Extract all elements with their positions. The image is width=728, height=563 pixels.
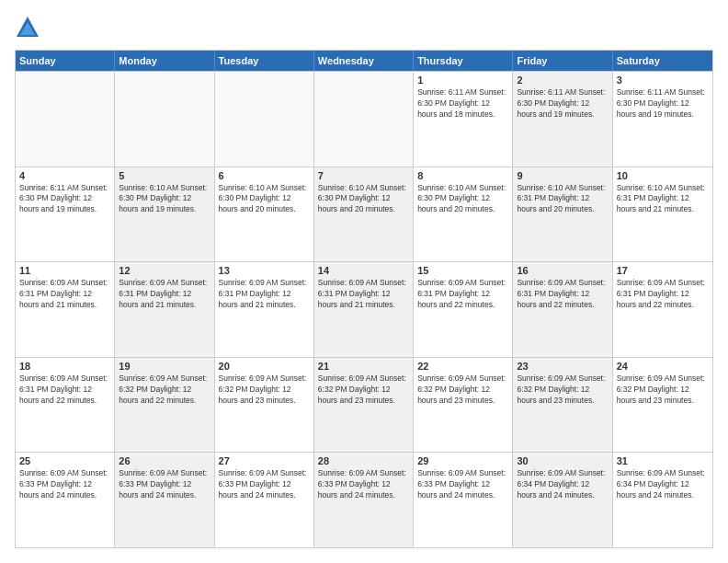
day-cell-8: 8Sunrise: 6:10 AM Sunset: 6:30 PM Daylig…	[414, 167, 513, 262]
day-info: Sunrise: 6:10 AM Sunset: 6:30 PM Dayligh…	[219, 183, 310, 216]
day-cell-18: 18Sunrise: 6:09 AM Sunset: 6:31 PM Dayli…	[16, 358, 115, 453]
header-day-monday: Monday	[115, 51, 214, 71]
day-number: 17	[617, 265, 709, 276]
day-info: Sunrise: 6:10 AM Sunset: 6:30 PM Dayligh…	[417, 183, 508, 216]
day-number: 6	[219, 170, 310, 181]
day-cell-26: 26Sunrise: 6:09 AM Sunset: 6:33 PM Dayli…	[115, 453, 214, 547]
day-number: 14	[318, 265, 409, 276]
day-number: 16	[517, 265, 608, 276]
day-cell-4: 4Sunrise: 6:11 AM Sunset: 6:30 PM Daylig…	[16, 167, 115, 262]
day-info: Sunrise: 6:09 AM Sunset: 6:34 PM Dayligh…	[617, 468, 709, 501]
day-number: 27	[219, 455, 310, 466]
day-number: 25	[19, 455, 110, 466]
day-info: Sunrise: 6:09 AM Sunset: 6:33 PM Dayligh…	[318, 468, 409, 501]
day-info: Sunrise: 6:09 AM Sunset: 6:34 PM Dayligh…	[517, 468, 608, 501]
day-number: 26	[119, 455, 210, 466]
header-day-saturday: Saturday	[613, 51, 712, 71]
day-cell-24: 24Sunrise: 6:09 AM Sunset: 6:32 PM Dayli…	[613, 358, 712, 453]
day-number: 1	[417, 75, 508, 86]
day-number: 19	[119, 361, 210, 372]
day-cell-16: 16Sunrise: 6:09 AM Sunset: 6:31 PM Dayli…	[513, 262, 612, 357]
day-number: 24	[617, 361, 709, 372]
day-cell-19: 19Sunrise: 6:09 AM Sunset: 6:32 PM Dayli…	[115, 358, 214, 453]
day-number: 9	[517, 170, 608, 181]
day-number: 13	[219, 265, 310, 276]
calendar: SundayMondayTuesdayWednesdayThursdayFrid…	[15, 50, 713, 548]
day-info: Sunrise: 6:09 AM Sunset: 6:32 PM Dayligh…	[417, 373, 508, 407]
week-row-2: 4Sunrise: 6:11 AM Sunset: 6:30 PM Daylig…	[16, 167, 712, 262]
header-day-thursday: Thursday	[414, 51, 513, 71]
day-number: 7	[318, 170, 409, 181]
logo-icon	[15, 15, 40, 40]
day-cell-15: 15Sunrise: 6:09 AM Sunset: 6:31 PM Dayli…	[414, 262, 513, 357]
week-row-5: 25Sunrise: 6:09 AM Sunset: 6:33 PM Dayli…	[16, 452, 712, 547]
day-number: 22	[417, 361, 508, 372]
day-cell-3: 3Sunrise: 6:11 AM Sunset: 6:30 PM Daylig…	[613, 72, 712, 167]
empty-cell	[314, 72, 414, 167]
empty-cell	[16, 72, 115, 167]
day-info: Sunrise: 6:09 AM Sunset: 6:32 PM Dayligh…	[219, 373, 310, 407]
day-number: 31	[617, 455, 709, 466]
day-cell-5: 5Sunrise: 6:10 AM Sunset: 6:30 PM Daylig…	[115, 167, 214, 262]
day-info: Sunrise: 6:11 AM Sunset: 6:30 PM Dayligh…	[617, 87, 709, 121]
day-info: Sunrise: 6:09 AM Sunset: 6:32 PM Dayligh…	[617, 373, 709, 407]
calendar-body: 1Sunrise: 6:11 AM Sunset: 6:30 PM Daylig…	[16, 71, 712, 547]
day-cell-22: 22Sunrise: 6:09 AM Sunset: 6:32 PM Dayli…	[414, 358, 513, 453]
day-number: 21	[318, 361, 409, 372]
day-info: Sunrise: 6:09 AM Sunset: 6:33 PM Dayligh…	[19, 468, 110, 501]
day-cell-14: 14Sunrise: 6:09 AM Sunset: 6:31 PM Dayli…	[314, 262, 414, 357]
day-cell-21: 21Sunrise: 6:09 AM Sunset: 6:32 PM Dayli…	[314, 358, 414, 453]
day-cell-11: 11Sunrise: 6:09 AM Sunset: 6:31 PM Dayli…	[16, 262, 115, 357]
day-info: Sunrise: 6:09 AM Sunset: 6:32 PM Dayligh…	[318, 373, 409, 407]
day-info: Sunrise: 6:10 AM Sunset: 6:30 PM Dayligh…	[318, 183, 409, 216]
day-number: 11	[19, 265, 110, 276]
day-cell-30: 30Sunrise: 6:09 AM Sunset: 6:34 PM Dayli…	[513, 453, 612, 547]
day-info: Sunrise: 6:09 AM Sunset: 6:31 PM Dayligh…	[617, 278, 709, 311]
day-info: Sunrise: 6:09 AM Sunset: 6:31 PM Dayligh…	[19, 373, 110, 407]
header-day-wednesday: Wednesday	[314, 51, 414, 71]
header-day-tuesday: Tuesday	[215, 51, 314, 71]
logo	[15, 15, 44, 40]
day-info: Sunrise: 6:09 AM Sunset: 6:32 PM Dayligh…	[119, 373, 210, 407]
day-cell-29: 29Sunrise: 6:09 AM Sunset: 6:33 PM Dayli…	[414, 453, 513, 547]
day-info: Sunrise: 6:09 AM Sunset: 6:31 PM Dayligh…	[119, 278, 210, 311]
day-cell-12: 12Sunrise: 6:09 AM Sunset: 6:31 PM Dayli…	[115, 262, 214, 357]
day-info: Sunrise: 6:11 AM Sunset: 6:30 PM Dayligh…	[19, 183, 110, 216]
day-cell-7: 7Sunrise: 6:10 AM Sunset: 6:30 PM Daylig…	[314, 167, 414, 262]
day-info: Sunrise: 6:09 AM Sunset: 6:31 PM Dayligh…	[19, 278, 110, 311]
day-cell-2: 2Sunrise: 6:11 AM Sunset: 6:30 PM Daylig…	[513, 72, 612, 167]
day-cell-9: 9Sunrise: 6:10 AM Sunset: 6:31 PM Daylig…	[513, 167, 612, 262]
day-number: 3	[617, 75, 709, 86]
day-cell-20: 20Sunrise: 6:09 AM Sunset: 6:32 PM Dayli…	[215, 358, 314, 453]
day-number: 23	[517, 361, 608, 372]
week-row-4: 18Sunrise: 6:09 AM Sunset: 6:31 PM Dayli…	[16, 357, 712, 453]
day-info: Sunrise: 6:09 AM Sunset: 6:32 PM Dayligh…	[517, 373, 608, 407]
week-row-3: 11Sunrise: 6:09 AM Sunset: 6:31 PM Dayli…	[16, 261, 712, 357]
day-cell-28: 28Sunrise: 6:09 AM Sunset: 6:33 PM Dayli…	[314, 453, 414, 547]
day-cell-31: 31Sunrise: 6:09 AM Sunset: 6:34 PM Dayli…	[613, 453, 712, 547]
day-info: Sunrise: 6:09 AM Sunset: 6:31 PM Dayligh…	[517, 278, 608, 311]
day-number: 5	[119, 170, 210, 181]
day-info: Sunrise: 6:09 AM Sunset: 6:33 PM Dayligh…	[119, 468, 210, 501]
header	[15, 15, 713, 40]
page: SundayMondayTuesdayWednesdayThursdayFrid…	[0, 0, 728, 563]
day-cell-6: 6Sunrise: 6:10 AM Sunset: 6:30 PM Daylig…	[215, 167, 314, 262]
week-row-1: 1Sunrise: 6:11 AM Sunset: 6:30 PM Daylig…	[16, 71, 712, 167]
day-number: 20	[219, 361, 310, 372]
calendar-header: SundayMondayTuesdayWednesdayThursdayFrid…	[16, 51, 712, 71]
day-number: 30	[517, 455, 608, 466]
day-info: Sunrise: 6:10 AM Sunset: 6:30 PM Dayligh…	[119, 183, 210, 216]
day-info: Sunrise: 6:09 AM Sunset: 6:31 PM Dayligh…	[417, 278, 508, 311]
day-number: 15	[417, 265, 508, 276]
day-cell-23: 23Sunrise: 6:09 AM Sunset: 6:32 PM Dayli…	[513, 358, 612, 453]
day-number: 4	[19, 170, 110, 181]
day-number: 28	[318, 455, 409, 466]
day-cell-1: 1Sunrise: 6:11 AM Sunset: 6:30 PM Daylig…	[414, 72, 513, 167]
day-number: 12	[119, 265, 210, 276]
day-info: Sunrise: 6:11 AM Sunset: 6:30 PM Dayligh…	[517, 87, 608, 121]
day-info: Sunrise: 6:10 AM Sunset: 6:31 PM Dayligh…	[617, 183, 709, 216]
day-cell-25: 25Sunrise: 6:09 AM Sunset: 6:33 PM Dayli…	[16, 453, 115, 547]
day-number: 2	[517, 75, 608, 86]
day-cell-10: 10Sunrise: 6:10 AM Sunset: 6:31 PM Dayli…	[613, 167, 712, 262]
day-info: Sunrise: 6:09 AM Sunset: 6:33 PM Dayligh…	[219, 468, 310, 501]
